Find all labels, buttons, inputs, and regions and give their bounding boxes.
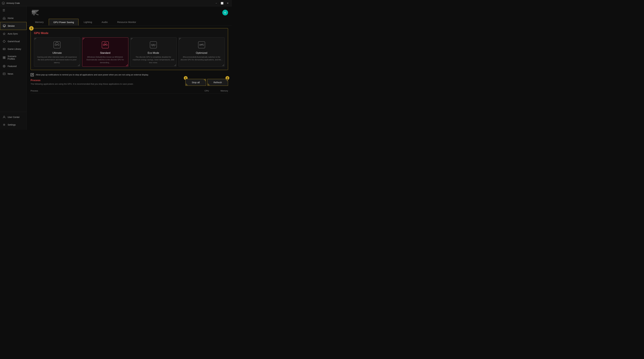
eco-desc: The discrete GPU is completely disabled … (132, 56, 174, 64)
btn-corner-tr (204, 79, 206, 81)
svg-text:GPU: GPU (103, 44, 108, 46)
svg-point-14 (4, 116, 5, 117)
svg-rect-9 (3, 58, 4, 59)
sidebar-item-device[interactable]: Device (0, 22, 26, 30)
notification-checkbox-row: Allow pop-up notifications to remind you… (30, 73, 228, 76)
sidebar-item-game-library[interactable]: Game Library (0, 45, 26, 53)
close-button[interactable]: ✕ (226, 1, 230, 5)
svg-marker-3 (3, 33, 5, 35)
gpu-mode-title: GPU Mode (34, 31, 225, 35)
refresh-button[interactable]: Refresh (207, 79, 228, 86)
process-title: Process (30, 79, 134, 82)
svg-point-6 (4, 49, 4, 49)
notification-checkbox[interactable] (30, 73, 34, 76)
ultimate-desc: Gaming and other intensive tasks will ex… (36, 56, 78, 64)
process-table-header: Process CPU Memory (30, 88, 228, 93)
sidebar-label-device: Device (8, 25, 15, 27)
corner-br (174, 64, 176, 66)
ultimate-icon: GPU (52, 40, 62, 50)
svg-marker-4 (3, 40, 6, 43)
sidebar-label-aura-sync: Aura Sync (8, 32, 18, 35)
titlebar: R Armoury Crate − ⬜ ✕ (0, 0, 232, 6)
corner-br (126, 64, 128, 66)
optimized-icon: GPU (197, 40, 206, 50)
process-header: Process The following applications are u… (30, 79, 228, 86)
minimize-button[interactable]: − (214, 1, 218, 5)
sidebar-item-user-center[interactable]: User Center (0, 113, 26, 121)
aura-sync-icon (2, 32, 6, 35)
process-desc: The following applications are using the… (30, 83, 134, 85)
game-library-icon (2, 47, 6, 51)
svg-rect-8 (4, 56, 5, 57)
user-center-icon (2, 115, 6, 119)
menu-icon[interactable]: ☰ (0, 6, 26, 14)
gpu-mode-standard[interactable]: GPU Standard [Windows Default] Also know… (82, 37, 128, 67)
tab-memory[interactable]: Memory (30, 19, 48, 25)
sidebar-label-settings: Settings (8, 123, 16, 126)
sidebar-item-scenario-profiles[interactable]: Scenario Profiles (0, 53, 26, 62)
corner-tl (179, 38, 181, 40)
btn-corner-bl (208, 83, 210, 85)
sidebar-nav: Home Device Aura Sync (0, 14, 26, 112)
sidebar-item-gamevisual[interactable]: GameVisual (0, 37, 26, 45)
corner-tl (83, 38, 84, 40)
svg-text:GPU: GPU (151, 44, 156, 46)
svg-point-12 (4, 66, 4, 67)
gpu-mode-optimized[interactable]: GPU Optimized [Recommended] Automaticall… (178, 37, 225, 67)
sidebar-label-game-library: Game Library (8, 48, 21, 50)
corner-tl (131, 38, 133, 40)
app-layout: ☰ Home Device (0, 6, 232, 130)
main-content: ROG c Memory GPU Power Saving Lighting A… (27, 6, 232, 130)
settings-icon (2, 123, 6, 126)
sidebar-item-home[interactable]: Home (0, 14, 26, 22)
scenario-profiles-icon (2, 56, 6, 59)
sidebar-label-user-center: User Center (8, 116, 20, 118)
eco-icon: GPU (148, 40, 158, 50)
eco-name: Eco Mode (148, 51, 159, 54)
gpu-modes: GPU Ultimate Gaming and other intensive … (34, 37, 225, 67)
sidebar-label-home: Home (8, 17, 14, 19)
sidebar-bottom: User Center Settings (0, 112, 26, 130)
btn-corner-tr (226, 79, 228, 81)
gamevisual-icon (2, 40, 6, 43)
optimized-name: Optimized (196, 51, 207, 54)
optimized-desc: [Recommended] Automatically switches to … (180, 56, 223, 61)
stop-all-button[interactable]: Stop all (185, 79, 206, 86)
sidebar-item-aura-sync[interactable]: Aura Sync (0, 30, 26, 37)
col-memory: Memory (209, 90, 228, 92)
gpu-mode-ultimate[interactable]: GPU Ultimate Gaming and other intensive … (34, 37, 80, 67)
svg-text:ROG: ROG (32, 11, 35, 12)
avatar[interactable]: c (222, 10, 228, 15)
titlebar-title: Armoury Crate (6, 2, 20, 4)
home-icon (2, 16, 6, 20)
svg-rect-13 (3, 73, 5, 75)
tab-resource-monitor[interactable]: Resource Monitor (113, 19, 140, 25)
sidebar-item-settings[interactable]: Settings (0, 121, 26, 129)
sidebar-item-news[interactable]: News (0, 70, 26, 78)
news-icon (2, 72, 6, 75)
sidebar-label-news: News (8, 72, 13, 75)
svg-text:GPU: GPU (199, 44, 204, 46)
corner-br (78, 64, 80, 66)
tab-gpu-power-saving[interactable]: GPU Power Saving (49, 19, 78, 25)
svg-rect-7 (3, 56, 4, 57)
gpu-mode-section: 1 GPU Mode GPU Ultimate (30, 28, 228, 70)
titlebar-left: R Armoury Crate (2, 2, 20, 4)
tab-lighting[interactable]: Lighting (79, 19, 96, 25)
sidebar-label-gamevisual: GameVisual (8, 40, 20, 43)
maximize-button[interactable]: ⬜ (220, 1, 224, 5)
svg-rect-10 (4, 58, 5, 59)
tab-audio[interactable]: Audio (97, 19, 112, 25)
standard-desc: [Windows Default] Also known as MSHybrid… (84, 56, 126, 64)
svg-rect-2 (3, 25, 6, 26)
sidebar-item-featured[interactable]: Featured (0, 62, 26, 70)
col-cpu: CPU (190, 90, 209, 92)
rog-logo: ROG (30, 8, 40, 17)
btn-corner-bl (186, 83, 188, 85)
gpu-mode-eco[interactable]: GPU Eco Mode The discrete GPU is complet… (130, 37, 176, 67)
titlebar-controls: − ⬜ ✕ (214, 1, 230, 5)
col-process: Process (30, 90, 190, 92)
process-section: Process The following applications are u… (30, 79, 228, 93)
ultimate-name: Ultimate (52, 51, 62, 54)
svg-text:R: R (3, 2, 4, 4)
